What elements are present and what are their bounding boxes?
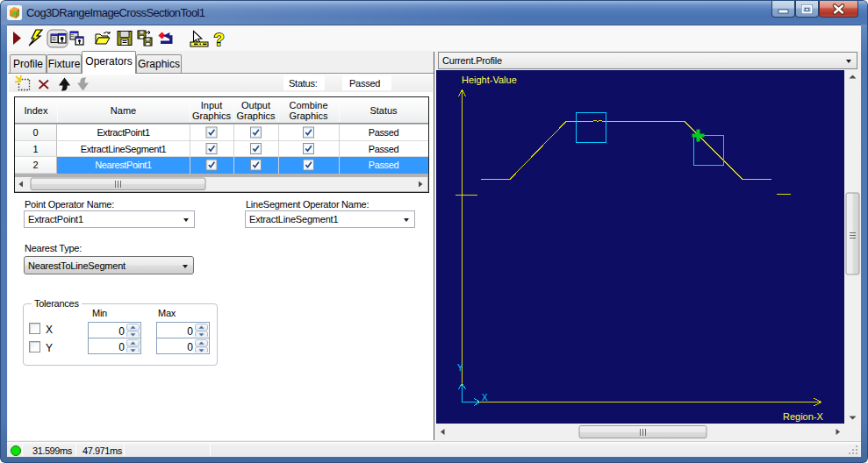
svg-text:Height-Value: Height-Value [462,75,517,85]
svg-text:?: ? [214,30,225,49]
svg-text:Y: Y [457,363,463,373]
svg-text:X: X [482,393,488,402]
svg-text:Region-X: Region-X [783,411,824,422]
